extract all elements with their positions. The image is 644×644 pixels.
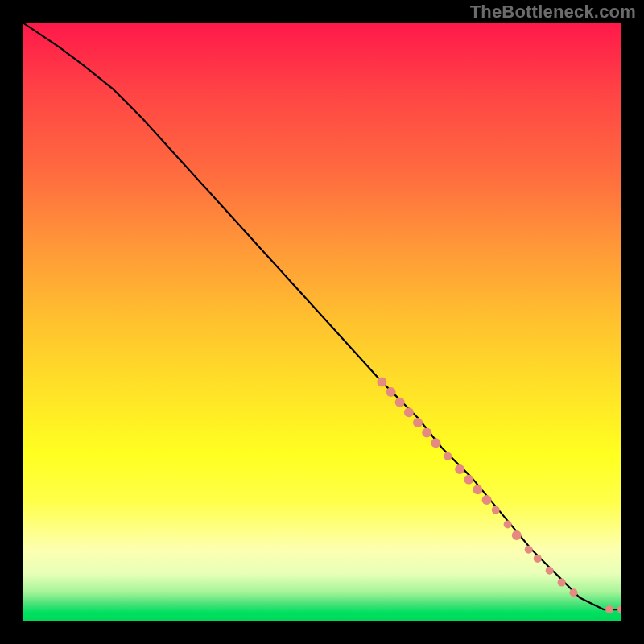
data-point — [492, 506, 500, 514]
data-point — [512, 530, 522, 540]
bottleneck-curve — [23, 23, 621, 609]
data-point — [444, 452, 452, 460]
watermark-text: TheBottleneck.com — [470, 2, 636, 23]
data-point — [431, 438, 440, 448]
data-point — [377, 377, 386, 386]
chart-svg — [23, 23, 621, 621]
data-point — [404, 407, 414, 417]
data-point — [455, 464, 464, 474]
data-point — [546, 567, 554, 575]
data-point — [464, 475, 473, 485]
data-point — [534, 555, 542, 563]
data-point — [482, 495, 492, 505]
data-point — [473, 485, 482, 494]
data-point — [605, 605, 613, 613]
data-point — [422, 428, 431, 438]
data-point — [525, 546, 533, 554]
data-point — [504, 521, 512, 529]
plot-area — [23, 23, 621, 621]
data-point — [386, 387, 396, 397]
data-point — [570, 588, 578, 597]
chart-frame: TheBottleneck.com — [0, 0, 644, 644]
data-point — [558, 579, 566, 587]
data-point — [617, 605, 621, 613]
data-point — [395, 398, 405, 407]
data-point — [413, 418, 423, 427]
